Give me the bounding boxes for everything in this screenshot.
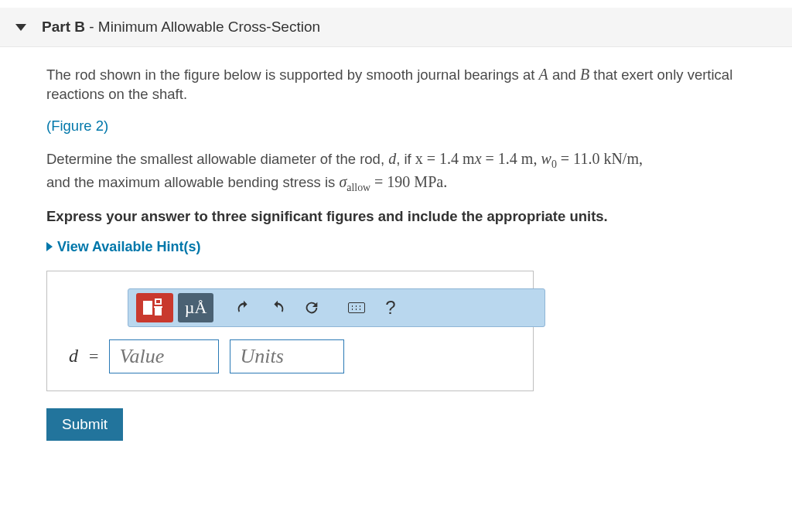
- part-header[interactable]: Part B - Minimum Allowable Cross-Section: [0, 8, 792, 47]
- undo-icon: [235, 299, 252, 316]
- problem-determine: Determine the smallest allowable diamete…: [46, 148, 746, 196]
- reset-icon: [303, 299, 320, 316]
- keyboard-icon: [348, 302, 365, 313]
- template-icon: [143, 298, 166, 317]
- problem-intro: The rod shown in the figure below is sup…: [46, 64, 746, 104]
- value-input[interactable]: [109, 339, 219, 373]
- redo-icon: [269, 299, 286, 316]
- caret-right-icon: [46, 242, 53, 251]
- units-button[interactable]: µÅ: [178, 293, 213, 322]
- equation-toolbar: µÅ ?: [128, 288, 545, 327]
- reset-button[interactable]: [297, 293, 326, 322]
- units-input[interactable]: [230, 339, 344, 373]
- redo-button[interactable]: [263, 293, 292, 322]
- undo-button[interactable]: [229, 293, 258, 322]
- express-instruction: Express your answer to three significant…: [46, 208, 746, 225]
- caret-down-icon: [15, 24, 26, 31]
- part-title: Part B - Minimum Allowable Cross-Section: [42, 19, 320, 36]
- equals-sign: =: [89, 346, 98, 367]
- figure-link[interactable]: (Figure 2): [46, 118, 108, 134]
- templates-button[interactable]: [136, 293, 173, 322]
- answer-box: µÅ ? d: [46, 271, 534, 391]
- keyboard-button[interactable]: [342, 293, 371, 322]
- submit-button[interactable]: Submit: [46, 408, 123, 441]
- help-button[interactable]: ?: [376, 293, 405, 322]
- answer-variable: d: [69, 346, 78, 367]
- view-hints-toggle[interactable]: View Available Hint(s): [46, 239, 746, 255]
